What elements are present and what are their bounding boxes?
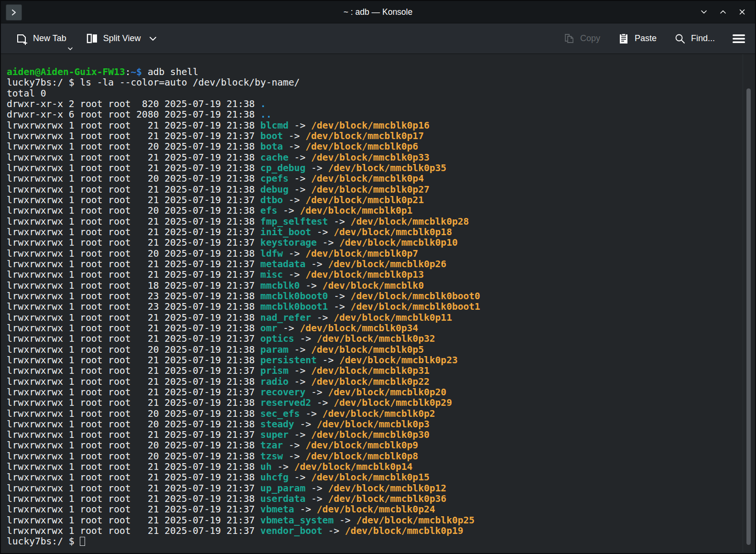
- terminal-line: lrwxrwxrwx 1 root root 23 2025-07-19 21:…: [7, 291, 737, 302]
- menu-button[interactable]: [732, 33, 745, 44]
- terminal-line: lrwxrwxrwx 1 root root 20 2025-07-19 21:…: [7, 206, 737, 216]
- terminal-line: lrwxrwxrwx 1 root root 20 2025-07-19 21:…: [7, 440, 737, 451]
- close-icon: [737, 7, 747, 17]
- terminal-view[interactable]: aiden@Aiden-Guix-FW13:~$ adb shelllucky7…: [2, 54, 754, 552]
- toolbar-left-group: New Tab Split View: [15, 32, 157, 45]
- maximize-button[interactable]: [717, 6, 729, 18]
- scrollbar-thumb[interactable]: [746, 88, 751, 545]
- toolbar-right-group: Copy Paste Find...: [563, 33, 745, 45]
- terminal-line: lrwxrwxrwx 1 root root 21 2025-07-19 21:…: [7, 483, 737, 494]
- hamburger-icon: [732, 33, 745, 44]
- find-button[interactable]: Find...: [674, 33, 715, 45]
- terminal-line: lrwxrwxrwx 1 root root 21 2025-07-19 21:…: [7, 504, 737, 515]
- terminal-line: lrwxrwxrwx 1 root root 20 2025-07-19 21:…: [7, 409, 737, 419]
- terminal-line: lrwxrwxrwx 1 root root 21 2025-07-19 21:…: [7, 366, 737, 376]
- terminal-line: drwxr-xr-x 6 root root 2080 2025-07-19 2…: [7, 109, 737, 120]
- terminal-line: lrwxrwxrwx 1 root root 21 2025-07-19 21:…: [7, 152, 737, 163]
- window-controls: [698, 1, 748, 23]
- konsole-window: ~ : adb — Konsole: [0, 0, 756, 554]
- terminal-line: lucky7bs:/ $ ls -la --color=auto /dev/bl…: [7, 77, 737, 88]
- terminal-output[interactable]: aiden@Aiden-Guix-FW13:~$ adb shelllucky7…: [2, 54, 754, 547]
- terminal-line: lrwxrwxrwx 1 root root 21 2025-07-19 21:…: [7, 355, 737, 366]
- terminal-line: lrwxrwxrwx 1 root root 21 2025-07-19 21:…: [7, 270, 737, 280]
- new-tab-icon: [15, 32, 28, 45]
- paste-icon: [617, 33, 630, 45]
- terminal-line: lrwxrwxrwx 1 root root 23 2025-07-19 21:…: [7, 302, 737, 312]
- copy-icon: [563, 33, 575, 45]
- paste-button[interactable]: Paste: [617, 33, 657, 45]
- terminal-line: lrwxrwxrwx 1 root root 21 2025-07-19 21:…: [7, 259, 737, 270]
- paste-label: Paste: [635, 33, 657, 43]
- terminal-line: lrwxrwxrwx 1 root root 21 2025-07-19 21:…: [7, 526, 737, 536]
- terminal-line: lrwxrwxrwx 1 root root 21 2025-07-19 21:…: [7, 334, 737, 344]
- scrollbar-track[interactable]: [743, 54, 754, 552]
- window-title: ~ : adb — Konsole: [1, 1, 755, 23]
- terminal-line: lrwxrwxrwx 1 root root 21 2025-07-19 21:…: [7, 131, 737, 141]
- terminal-line: lrwxrwxrwx 1 root root 21 2025-07-19 21:…: [7, 163, 737, 174]
- terminal-line: lrwxrwxrwx 1 root root 21 2025-07-19 21:…: [7, 313, 737, 323]
- terminal-line: lrwxrwxrwx 1 root root 21 2025-07-19 21:…: [7, 238, 737, 248]
- terminal-line: lrwxrwxrwx 1 root root 21 2025-07-19 21:…: [7, 120, 737, 131]
- toolbar: New Tab Split View: [1, 23, 755, 54]
- new-tab-label: New Tab: [33, 33, 66, 43]
- split-view-button[interactable]: Split View: [86, 32, 157, 45]
- titlebar[interactable]: ~ : adb — Konsole: [1, 1, 755, 23]
- terminal-line: lrwxrwxrwx 1 root root 21 2025-07-19 21:…: [7, 217, 737, 227]
- terminal-line: total 0: [7, 88, 737, 99]
- chevron-down-icon: [149, 36, 157, 41]
- chevron-down-icon: [699, 7, 709, 17]
- terminal-line: lrwxrwxrwx 1 root root 21 2025-07-19 21:…: [7, 387, 737, 398]
- find-label: Find...: [691, 33, 715, 43]
- copy-button[interactable]: Copy: [563, 33, 600, 45]
- terminal-line: lrwxrwxrwx 1 root root 21 2025-07-19 21:…: [7, 462, 737, 472]
- new-tab-button[interactable]: New Tab: [15, 32, 66, 45]
- search-icon: [674, 33, 686, 45]
- terminal-line: lrwxrwxrwx 1 root root 21 2025-07-19 21:…: [7, 472, 737, 483]
- terminal-line: lrwxrwxrwx 1 root root 21 2025-07-19 21:…: [7, 398, 737, 408]
- terminal-line: lrwxrwxrwx 1 root root 20 2025-07-19 21:…: [7, 249, 737, 259]
- chevron-down-icon: [67, 47, 73, 51]
- terminal-line: lrwxrwxrwx 1 root root 20 2025-07-19 21:…: [7, 174, 737, 184]
- terminal-line: lrwxrwxrwx 1 root root 21 2025-07-19 21:…: [7, 195, 737, 206]
- terminal-cursor: [80, 537, 85, 546]
- terminal-line: lrwxrwxrwx 1 root root 21 2025-07-19 21:…: [7, 227, 737, 238]
- split-view-label: Split View: [103, 33, 141, 43]
- copy-label: Copy: [580, 33, 600, 43]
- terminal-line: lrwxrwxrwx 1 root root 21 2025-07-19 21:…: [7, 377, 737, 387]
- close-button[interactable]: [736, 6, 748, 18]
- split-view-icon: [86, 32, 98, 45]
- terminal-line: lrwxrwxrwx 1 root root 20 2025-07-19 21:…: [7, 419, 737, 430]
- terminal-line: lrwxrwxrwx 1 root root 21 2025-07-19 21:…: [7, 515, 737, 526]
- terminal-line: lrwxrwxrwx 1 root root 20 2025-07-19 21:…: [7, 345, 737, 355]
- terminal-line: lrwxrwxrwx 1 root root 20 2025-07-19 21:…: [7, 451, 737, 462]
- terminal-line: lucky7bs:/ $: [7, 536, 737, 547]
- terminal-line: lrwxrwxrwx 1 root root 18 2025-07-19 21:…: [7, 281, 737, 291]
- new-tab-dropdown-caret[interactable]: [67, 47, 73, 51]
- terminal-line: drwxr-xr-x 2 root root 820 2025-07-19 21…: [7, 99, 737, 109]
- terminal-line: lrwxrwxrwx 1 root root 21 2025-07-19 21:…: [7, 323, 737, 334]
- minimize-button[interactable]: [698, 6, 710, 18]
- terminal-line: lrwxrwxrwx 1 root root 20 2025-07-19 21:…: [7, 141, 737, 152]
- terminal-line: lrwxrwxrwx 1 root root 21 2025-07-19 21:…: [7, 430, 737, 440]
- chevron-up-icon: [718, 7, 728, 17]
- terminal-line: lrwxrwxrwx 1 root root 21 2025-07-19 21:…: [7, 185, 737, 195]
- split-view-dropdown-caret[interactable]: [149, 36, 157, 41]
- terminal-line: aiden@Aiden-Guix-FW13:~$ adb shell: [7, 67, 737, 77]
- terminal-line: lrwxrwxrwx 1 root root 21 2025-07-19 21:…: [7, 494, 737, 504]
